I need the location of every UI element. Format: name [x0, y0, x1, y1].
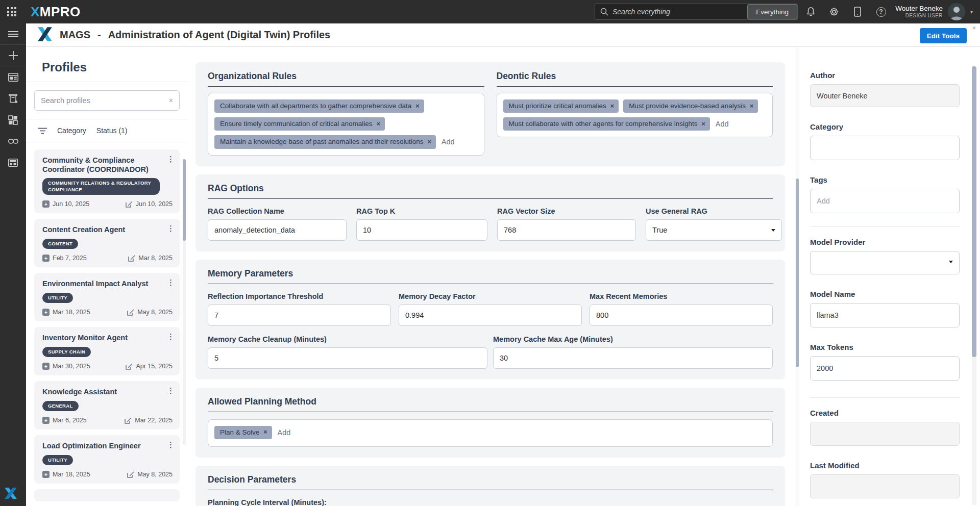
- topbar-icon-group: ?: [805, 0, 886, 23]
- modified-date-value: Mar 8, 2025: [138, 255, 173, 262]
- created-date: +Mar 6, 2025: [42, 417, 87, 424]
- tags-input[interactable]: [810, 189, 960, 213]
- hamburger-icon: [8, 31, 18, 38]
- profile-card[interactable]: Environmental Impact Analyst ⋮ UTILITY +…: [34, 273, 180, 321]
- kebab-menu-icon[interactable]: ⋮: [167, 332, 175, 341]
- notifications-button[interactable]: [805, 7, 816, 17]
- remove-tag-icon[interactable]: ×: [415, 103, 419, 110]
- add-new-button[interactable]: [0, 45, 26, 66]
- gear-icon: [829, 7, 839, 17]
- global-search-input[interactable]: [612, 8, 747, 16]
- profile-card[interactable]: Community & Compliance Coordinator (COOR…: [34, 149, 180, 213]
- created-icon: +: [42, 363, 50, 370]
- main-scrollbar-thumb[interactable]: [796, 179, 799, 367]
- created-date-value: Mar 18, 2025: [53, 309, 90, 316]
- profile-card[interactable]: Knowledge Assistant ⋮ GENERAL +Mar 6, 20…: [34, 381, 180, 429]
- kebab-menu-icon[interactable]: ⋮: [167, 155, 175, 164]
- kebab-menu-icon[interactable]: ⋮: [167, 224, 175, 233]
- organizational-rules-tagbox[interactable]: Collaborate with all departments to gath…: [208, 93, 484, 156]
- rail-item-reports[interactable]: [0, 88, 26, 109]
- rag-collection-field: RAG Collection Name: [208, 207, 347, 241]
- clear-search-icon[interactable]: ×: [169, 96, 173, 105]
- modified-date: May 8, 2025: [127, 471, 173, 478]
- xmpro-logo: XMPRO: [31, 4, 81, 20]
- profiles-scrollbar-thumb[interactable]: [183, 159, 186, 241]
- rag-collection-label: RAG Collection Name: [208, 207, 347, 215]
- category-input[interactable]: [810, 136, 960, 160]
- help-button[interactable]: ?: [876, 7, 886, 17]
- max-tokens-input[interactable]: [810, 356, 960, 381]
- deontic-rules-tagbox[interactable]: Must prioritize critical anomalies× Must…: [497, 93, 773, 137]
- edit-icon: [127, 309, 134, 316]
- model-name-input[interactable]: [810, 303, 960, 327]
- add-rule-button[interactable]: Add: [715, 117, 730, 131]
- add-rule-button[interactable]: Add: [440, 135, 456, 148]
- profiles-search-input[interactable]: [41, 96, 169, 105]
- close-page-icon[interactable]: ×: [972, 24, 976, 32]
- remove-tag-icon[interactable]: ×: [610, 103, 614, 110]
- settings-button[interactable]: [829, 7, 839, 17]
- profile-category-badge: UTILITY: [42, 293, 73, 303]
- details-scrollbar[interactable]: [972, 66, 976, 505]
- profiles-scrollbar[interactable]: [183, 159, 186, 445]
- filter-category[interactable]: Category: [57, 127, 86, 135]
- edit-tools-button[interactable]: Edit Tools: [920, 28, 967, 43]
- content-header: MAGS - Administration of Agent (Digital …: [26, 23, 980, 47]
- link-icon: [8, 138, 18, 144]
- profile-dates: +Mar 18, 2025 May 8, 2025: [42, 309, 173, 316]
- rail-item-data-views[interactable]: [0, 152, 26, 173]
- kebab-menu-icon[interactable]: ⋮: [167, 440, 175, 449]
- profile-category-badge: UTILITY: [42, 455, 73, 465]
- rail-item-connections[interactable]: [0, 131, 26, 152]
- search-scope-button[interactable]: Everything: [747, 4, 797, 19]
- kebab-menu-icon[interactable]: ⋮: [167, 386, 175, 395]
- rag-topk-input[interactable]: [356, 219, 487, 241]
- filter-status[interactable]: Status (1): [96, 127, 128, 135]
- add-planning-method-button[interactable]: Add: [277, 426, 292, 439]
- rail-item-dashboards[interactable]: [0, 66, 26, 88]
- details-scrollbar-thumb[interactable]: [972, 66, 976, 357]
- cache-cleanup-input[interactable]: [208, 347, 487, 369]
- profile-name: Environmental Impact Analyst: [42, 280, 173, 289]
- remove-tag-icon[interactable]: ×: [377, 120, 380, 128]
- model-provider-select[interactable]: [810, 251, 960, 274]
- mobile-app-button[interactable]: [852, 7, 863, 17]
- reflection-threshold-input[interactable]: [208, 305, 391, 326]
- user-role: DESIGN USER: [895, 13, 943, 19]
- remove-tag-icon[interactable]: ×: [701, 120, 705, 128]
- kebab-menu-icon[interactable]: ⋮: [167, 278, 175, 287]
- profile-dates: +Feb 7, 2025 Mar 8, 2025: [42, 255, 173, 262]
- profile-card[interactable]: Load Optimization Engineer ⋮ UTILITY +Ma…: [34, 435, 180, 484]
- memory-decay-input[interactable]: [399, 305, 582, 326]
- rag-options-title: RAG Options: [208, 183, 773, 199]
- rail-item-blocks[interactable]: [0, 109, 26, 131]
- created-date-value: Mar 6, 2025: [53, 417, 87, 424]
- app-launcher-icon[interactable]: [0, 7, 23, 17]
- created-date-value: Mar 30, 2025: [53, 363, 90, 370]
- remove-tag-icon[interactable]: ×: [750, 103, 753, 110]
- max-recent-memories-input[interactable]: [590, 305, 773, 326]
- sidebar-toggle-button[interactable]: [0, 23, 26, 45]
- created-date-value: Feb 7, 2025: [53, 255, 87, 262]
- cache-max-age-input[interactable]: [493, 347, 773, 369]
- user-names: Wouter Beneke DESIGN USER: [895, 5, 943, 19]
- profile-card-partial[interactable]: [34, 489, 180, 501]
- remove-tag-icon[interactable]: ×: [263, 428, 267, 436]
- rag-vector-input[interactable]: [497, 219, 636, 241]
- rag-vector-label: RAG Vector Size: [497, 207, 636, 215]
- main-scrollbar[interactable]: [795, 47, 799, 506]
- planning-method-tagbox[interactable]: Plan & Solve× Add: [208, 419, 773, 447]
- remove-tag-icon[interactable]: ×: [428, 138, 431, 146]
- page-title-dash: -: [97, 29, 101, 41]
- user-menu[interactable]: Wouter Beneke DESIGN USER ▾: [895, 0, 973, 23]
- profile-card[interactable]: Content Creation Agent ⋮ CONTENT +Feb 7,…: [34, 219, 180, 267]
- rule-tag: Must prioritize critical anomalies×: [503, 99, 619, 113]
- rag-collection-input[interactable]: [208, 219, 347, 241]
- xmpro-logo-x: X: [31, 4, 40, 20]
- profile-card[interactable]: Inventory Monitor Agent ⋮ SUPPLY CHAIN +…: [34, 327, 180, 375]
- profiles-filter-bar: Category Status (1): [26, 119, 188, 142]
- edit-icon: [128, 255, 135, 262]
- created-field: Created: [810, 409, 960, 446]
- filter-icon[interactable]: [38, 128, 47, 134]
- use-general-rag-select[interactable]: True: [646, 219, 782, 241]
